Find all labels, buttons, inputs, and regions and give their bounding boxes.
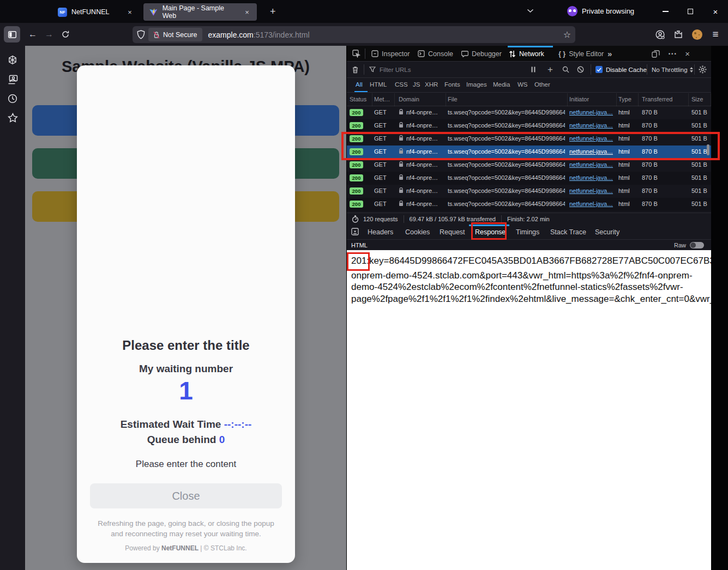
detail-tab-timings[interactable]: Timings	[516, 228, 539, 236]
add-request-icon[interactable]: +	[547, 62, 553, 77]
table-row[interactable]: 200 GET nf4-onpre… ts.wseq?opcode=5002&k…	[347, 119, 712, 132]
tab-main-page[interactable]: Main Page - Sample Web ×	[143, 3, 257, 21]
type-filter-images[interactable]: Images	[466, 81, 487, 88]
tab-close-icon[interactable]: ×	[125, 8, 134, 16]
window-close-button[interactable]: ×	[703, 0, 728, 23]
raw-toggle[interactable]	[690, 242, 704, 248]
disable-cache-control[interactable]: Disable Cache	[595, 62, 647, 77]
method-cell: GET	[374, 161, 387, 168]
responsive-design-icon[interactable]	[652, 50, 660, 58]
type-filter-html[interactable]: HTML	[370, 81, 387, 88]
initiator-link[interactable]: netfunnel-java…	[569, 109, 613, 116]
network-summary-bar: 120 requests 69.47 kB / 105.97 kB transf…	[347, 213, 712, 225]
tab-inspector[interactable]: Inspector	[371, 46, 410, 62]
waiting-number-value: 1	[77, 376, 295, 405]
status-badge: 200	[350, 122, 363, 129]
url-bar[interactable]: Not Secure example.com:5173/index.html ☆	[133, 26, 575, 43]
col-method[interactable]: Met…	[374, 96, 390, 102]
type-filter-xhr[interactable]: XHR	[425, 81, 438, 88]
search-icon[interactable]	[562, 62, 569, 77]
pick-element-button[interactable]	[352, 46, 360, 62]
detail-panel-toggle-icon[interactable]	[351, 228, 359, 235]
back-button[interactable]: ←	[25, 26, 41, 43]
account-icon[interactable]	[652, 26, 668, 43]
forward-button[interactable]: →	[41, 26, 57, 43]
col-type[interactable]: Type	[618, 96, 631, 102]
initiator-link[interactable]: netfunnel-java…	[569, 201, 613, 207]
chatgpt-icon[interactable]	[6, 53, 19, 66]
bookmarks-star-icon[interactable]	[6, 111, 19, 124]
list-tabs-chevron-icon[interactable]	[527, 9, 534, 13]
reload-button[interactable]	[57, 26, 74, 43]
domain-cell: nf4-onpre…	[406, 201, 438, 207]
clear-requests-icon[interactable]	[352, 62, 359, 77]
table-row[interactable]: 200 GET nf4-onpre… ts.wseq?opcode=5002&k…	[347, 159, 712, 172]
throttling-updown-icon	[690, 67, 693, 72]
method-cell: GET	[374, 122, 387, 129]
col-file[interactable]: File	[448, 96, 458, 102]
size-cell: 501 B	[691, 109, 707, 116]
tab-network[interactable]: Network	[509, 46, 544, 62]
type-filter-all[interactable]: All	[356, 81, 363, 88]
devtools-menu-icon[interactable]: ···	[668, 49, 677, 59]
pause-traffic-icon[interactable]	[531, 62, 536, 77]
detail-tab-headers[interactable]: Headers	[368, 228, 393, 236]
response-body[interactable]: 201:key=86445D99866472FEC045A35BD01AB366…	[347, 250, 712, 570]
col-transferred[interactable]: Transferred	[642, 96, 672, 102]
tab-debugger[interactable]: Debugger	[461, 46, 502, 62]
bookmark-star-icon[interactable]: ☆	[563, 29, 571, 40]
detail-tab-cookies[interactable]: Cookies	[405, 228, 430, 236]
type-filter-media[interactable]: Media	[493, 81, 510, 88]
extensions-puzzle-icon[interactable]	[670, 26, 687, 43]
annotation-box-response-tab	[471, 222, 507, 240]
profile-avatar[interactable]	[689, 26, 705, 43]
initiator-link[interactable]: netfunnel-java…	[569, 174, 613, 181]
close-button[interactable]: Close	[90, 483, 282, 508]
table-row[interactable]: 200 GET nf4-onpre… ts.wseq?opcode=5002&k…	[347, 106, 712, 119]
type-filter-other[interactable]: Other	[534, 81, 550, 88]
tab-close-icon[interactable]: ×	[243, 8, 251, 16]
filter-urls-input[interactable]	[380, 66, 489, 73]
type-filter-css[interactable]: CSS	[395, 81, 408, 88]
table-row[interactable]: 200 GET nf4-onpre… ts.wseq?opcode=5002&k…	[347, 185, 712, 198]
tab-console[interactable]: Console	[418, 46, 453, 62]
popup-notice: Refreshing the page, going back, or clos…	[77, 518, 295, 539]
table-row[interactable]: 200 GET nf4-onpre… ts.wseq?opcode=5002&k…	[347, 198, 712, 211]
minimize-button[interactable]	[653, 0, 678, 23]
initiator-link[interactable]: netfunnel-java…	[569, 161, 613, 168]
type-filter-fonts[interactable]: Fonts	[444, 81, 460, 88]
more-tools-chevron[interactable]: »	[607, 46, 612, 62]
detail-tab-stack-trace[interactable]: Stack Trace	[550, 228, 586, 236]
size-cell: 501 B	[691, 122, 707, 129]
insecure-lock-icon	[153, 31, 160, 39]
detail-tab-request[interactable]: Request	[440, 228, 465, 236]
detail-tab-security[interactable]: Security	[595, 228, 619, 236]
network-settings-gear-icon[interactable]	[699, 62, 707, 77]
type-filter-ws[interactable]: WS	[518, 81, 528, 88]
throttling-select[interactable]: No Throttling	[652, 62, 693, 77]
col-initiator[interactable]: Initiator	[569, 96, 589, 102]
col-domain[interactable]: Domain	[399, 96, 419, 102]
disable-cache-checkbox[interactable]	[595, 66, 603, 73]
app-menu-icon[interactable]: ≡	[707, 26, 724, 43]
table-row[interactable]: 200 GET nf4-onpre… ts.wseq?opcode=5002&k…	[347, 172, 712, 185]
maximize-button[interactable]	[678, 0, 703, 23]
type-filter-js[interactable]: JS	[413, 81, 420, 88]
history-clock-icon[interactable]	[6, 92, 19, 105]
url-text[interactable]: example.com:5173/index.html	[208, 31, 310, 39]
initiator-link[interactable]: netfunnel-java…	[569, 187, 613, 194]
type-cell: html	[618, 174, 630, 181]
new-tab-button[interactable]: +	[270, 7, 276, 16]
workspace-icon[interactable]	[6, 73, 19, 86]
col-size[interactable]: Size	[691, 96, 703, 102]
tab-style-editor[interactable]: { } Style Editor	[558, 46, 604, 62]
col-status[interactable]: Status	[350, 96, 366, 102]
security-chip[interactable]: Not Secure	[148, 28, 202, 41]
shield-icon[interactable]	[137, 30, 145, 39]
status-badge: 200	[350, 201, 363, 208]
tab-netfunnel[interactable]: NF NetFUNNEL ×	[52, 3, 140, 21]
initiator-link[interactable]: netfunnel-java…	[569, 122, 613, 129]
devtools-close-icon[interactable]: ×	[685, 49, 690, 58]
block-requests-icon[interactable]	[577, 62, 584, 77]
sidebar-toggle-button[interactable]	[4, 26, 20, 43]
